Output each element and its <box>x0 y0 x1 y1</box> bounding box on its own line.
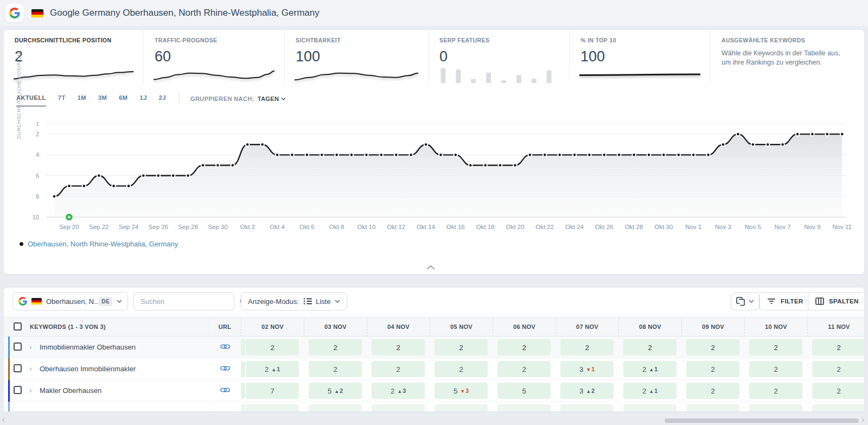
date-column-header[interactable]: 04 NOV <box>367 318 430 337</box>
svg-text:Okt 24: Okt 24 <box>565 224 584 230</box>
expand-row-icon[interactable]: › <box>29 342 32 351</box>
position-cell[interactable]: 2 <box>497 339 551 356</box>
position-history-chart[interactable]: 1246810Sep 20Sep 22Sep 24Sep 26Sep 28Sep… <box>0 114 868 236</box>
position-cell[interactable]: 7 <box>246 383 299 399</box>
position-cell[interactable]: 2 <box>372 339 425 356</box>
keyword-row[interactable]: ›Makler Oberhausen75▲22▲35▼353▲22▲1222 <box>4 380 864 402</box>
position-cell[interactable]: 2 <box>623 339 676 356</box>
svg-text:Nov 3: Nov 3 <box>715 224 731 230</box>
date-column-header[interactable]: 07 NOV <box>556 318 618 337</box>
url-column-header[interactable]: URL <box>209 323 241 330</box>
position-cell[interactable]: 2 <box>309 361 362 377</box>
position-cell[interactable]: 5▼3 <box>435 383 488 399</box>
display-mode-select[interactable]: Anzeige-Modus: Liste <box>241 292 347 310</box>
svg-text:Okt 12: Okt 12 <box>387 224 405 230</box>
position-cell[interactable]: 3▼1 <box>560 361 614 377</box>
date-column-header[interactable]: 10 NOV <box>744 318 807 337</box>
search-input[interactable] <box>134 297 239 306</box>
keyword-search <box>133 292 234 310</box>
svg-text:Okt 4: Okt 4 <box>270 224 285 230</box>
copy-view-button[interactable] <box>731 292 760 310</box>
position-cell[interactable]: 2 <box>812 339 864 356</box>
scroll-right-arrow[interactable]: › <box>861 415 864 424</box>
position-cell[interactable]: 2 <box>812 383 864 399</box>
position-cell[interactable]: 2 <box>497 361 551 377</box>
position-cell[interactable]: 2 <box>560 339 614 356</box>
position-cell[interactable]: 2 <box>686 339 739 356</box>
keywords-column-header[interactable]: KEYWORDS (1 - 3 VON 3) <box>30 323 106 330</box>
svg-text:Nov 7: Nov 7 <box>775 224 791 230</box>
position-cell[interactable]: 2 <box>686 361 739 377</box>
position-cell[interactable]: 2▲1 <box>623 383 676 399</box>
horizontal-scrollbar-thumb[interactable] <box>665 418 859 423</box>
position-cell[interactable]: 2 <box>749 339 802 356</box>
row-checkbox[interactable] <box>14 342 22 351</box>
card-value: 0 <box>439 48 558 65</box>
collapse-panel-chevron-icon[interactable] <box>426 262 435 272</box>
keyword-tag-color <box>8 358 10 380</box>
card-average-position[interactable]: DURCHSCHNITTLICHE POSITION 2 <box>4 30 144 84</box>
svg-text:Okt 10: Okt 10 <box>357 224 375 230</box>
card-traffic-forecast[interactable]: TRAFFIC-PROGNOSE 60 <box>144 30 285 84</box>
position-cell[interactable]: 2 <box>749 383 802 399</box>
group-by-control[interactable]: GRUPPIEREN NACH: TAGEN <box>190 96 286 105</box>
position-cell[interactable]: 2 <box>435 339 488 356</box>
url-link-icon[interactable] <box>209 342 241 352</box>
url-link-icon[interactable] <box>209 386 241 396</box>
date-column-header[interactable]: 03 NOV <box>304 318 367 337</box>
scroll-left-arrow[interactable]: ‹ <box>2 415 5 424</box>
filter-button[interactable]: FILTER <box>760 292 811 310</box>
row-checkbox[interactable] <box>14 364 22 372</box>
svg-text:Sep 26: Sep 26 <box>149 224 168 230</box>
svg-text:Sep 28: Sep 28 <box>178 224 197 230</box>
card-visibility[interactable]: SICHTBARKEIT 100 <box>285 30 429 84</box>
card-percent-top10[interactable]: % IN TOP 10 100 <box>570 30 711 84</box>
position-cell[interactable]: 2 <box>749 361 802 377</box>
position-cell[interactable]: 2 <box>812 361 864 377</box>
divider <box>179 93 180 105</box>
date-column-header[interactable]: 08 NOV <box>618 318 681 337</box>
chart-legend[interactable]: Oberhausen, North Rhine-Westphalia, Germ… <box>20 240 178 248</box>
tab-1j[interactable]: 1J <box>140 94 147 107</box>
url-link-icon[interactable] <box>209 364 241 374</box>
position-cell[interactable]: 2▲3 <box>372 383 425 399</box>
legend-label: Oberhausen, North Rhine-Westphalia, Germ… <box>28 240 178 248</box>
svg-text:Okt 22: Okt 22 <box>535 224 554 230</box>
position-cell[interactable]: 2 <box>686 383 739 399</box>
tab-2j[interactable]: 2J <box>159 94 166 107</box>
keyword-row[interactable]: ›Immobilienmakler Oberhausen2222222222 <box>4 337 864 358</box>
tab-6m[interactable]: 6M <box>119 94 127 107</box>
card-serp-features[interactable]: SERP FEATURES 0 <box>429 30 570 84</box>
position-cell[interactable]: 2 <box>435 361 488 377</box>
date-column-header[interactable]: 11 NOV <box>807 318 864 337</box>
location-dropdown[interactable]: Oberhausen, N... DE <box>12 292 128 310</box>
columns-button[interactable]: SPALTEN <box>808 292 864 310</box>
tab-7t[interactable]: 7T <box>58 94 66 107</box>
expand-row-icon[interactable]: › <box>29 364 32 373</box>
svg-text:Okt 16: Okt 16 <box>446 224 465 230</box>
select-all-checkbox[interactable] <box>14 322 22 331</box>
position-cell[interactable]: 3▲2 <box>560 383 614 399</box>
date-column-header[interactable]: 09 NOV <box>681 318 744 337</box>
table-body: ›Immobilienmakler Oberhausen2222222222›O… <box>4 337 864 411</box>
date-column-header[interactable]: 05 NOV <box>430 318 493 337</box>
position-cell[interactable]: 2 <box>309 339 362 356</box>
row-checkbox[interactable] <box>14 386 22 394</box>
date-column-header[interactable]: 02 NOV <box>241 318 304 337</box>
card-label: SERP FEATURES <box>439 37 558 43</box>
keyword-row[interactable]: ›Oberhausen Immobilienmakler2▲122223▼12▲… <box>4 358 864 380</box>
position-cell[interactable]: 2▲1 <box>246 361 299 377</box>
svg-text:Okt 26: Okt 26 <box>595 224 614 230</box>
card-value: 60 <box>155 48 273 65</box>
date-column-header[interactable]: 06 NOV <box>493 318 556 337</box>
position-cell[interactable]: 2 <box>246 339 299 356</box>
position-cell[interactable]: 5 <box>497 383 551 399</box>
position-cell[interactable]: 2 <box>372 361 425 377</box>
tab-1m[interactable]: 1M <box>78 94 86 107</box>
card-label: DURCHSCHNITTLICHE POSITION <box>15 37 132 43</box>
position-cell[interactable]: 5▲2 <box>309 383 362 399</box>
sparkline-bars <box>438 66 559 83</box>
expand-row-icon[interactable]: › <box>29 386 32 395</box>
position-cell[interactable]: 2▲1 <box>623 361 676 377</box>
tab-3m[interactable]: 3M <box>98 94 107 107</box>
